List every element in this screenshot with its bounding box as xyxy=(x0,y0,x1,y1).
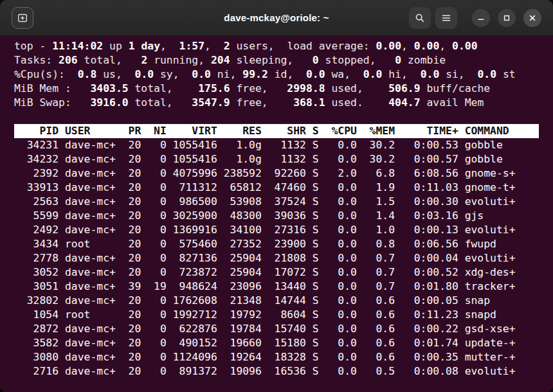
search-icon xyxy=(415,13,425,23)
summary-line: %Cpu(s): 0.8 us, 0.0 sy, 0.0 ni, 99.2 id… xyxy=(14,67,539,82)
process-table-header: PID USER PR NI VIRT RES SHR S %CPU %MEM … xyxy=(14,124,539,138)
terminal-window: dave-mckay@oriole: ~ xyxy=(0,0,553,392)
summary-line: top - 11:14:02 up 1 day, 1:57, 2 users, … xyxy=(14,39,539,53)
terminal-screen[interactable]: top - 11:14:02 up 1 day, 1:57, 2 users, … xyxy=(0,36,553,392)
process-row: 5599 dave-mc+ 20 0 3025900 48300 39036 S… xyxy=(14,209,539,223)
minimize-button[interactable] xyxy=(472,9,490,27)
process-row: 2563 dave-mc+ 20 0 986500 53908 37524 S … xyxy=(14,195,539,209)
process-row: 3080 dave-mc+ 20 0 1124096 19264 18328 S… xyxy=(14,350,539,364)
process-row: 2716 dave-mc+ 20 0 891372 19096 16536 S … xyxy=(14,364,539,379)
summary-line: Tasks: 206 total, 2 running, 204 sleepin… xyxy=(14,53,539,67)
close-button[interactable] xyxy=(523,9,541,27)
process-row: 3051 dave-mc+ 39 19 948624 23096 13440 S… xyxy=(14,280,539,294)
titlebar-actions xyxy=(409,7,541,29)
close-icon xyxy=(527,13,538,23)
process-row: 34232 dave-mc+ 20 0 1055416 1.0g 1132 S … xyxy=(14,152,539,166)
menu-icon xyxy=(441,13,451,23)
process-row: 2492 dave-mc+ 20 0 1369916 34100 27316 S… xyxy=(14,223,539,237)
process-table: 34231 dave-mc+ 20 0 1055416 1.0g 1132 S … xyxy=(14,138,539,379)
window-controls xyxy=(472,9,541,27)
process-row: 3582 dave-mc+ 20 0 490152 19660 15180 S … xyxy=(14,336,539,350)
titlebar[interactable]: dave-mckay@oriole: ~ xyxy=(0,0,553,36)
menu-button[interactable] xyxy=(435,7,457,29)
maximize-button[interactable] xyxy=(498,9,516,27)
process-row: 3052 dave-mc+ 20 0 723872 25904 17072 S … xyxy=(14,265,539,280)
process-row: 2392 dave-mc+ 20 0 4075996 238592 92260 … xyxy=(14,166,539,181)
summary-line: MiB Mem : 3403.5 total, 175.6 free, 2998… xyxy=(14,82,539,96)
summary-line: MiB Swap: 3916.0 total, 3547.9 free, 368… xyxy=(14,96,539,110)
maximize-icon xyxy=(502,13,512,23)
process-row: 34231 dave-mc+ 20 0 1055416 1.0g 1132 S … xyxy=(14,138,539,152)
search-button[interactable] xyxy=(409,7,431,29)
process-row: 33913 dave-mc+ 20 0 711312 65812 47460 S… xyxy=(14,181,539,195)
process-row: 2778 dave-mc+ 20 0 827136 25904 21808 S … xyxy=(14,251,539,265)
process-row: 3434 root 20 0 575460 27352 23900 S 0.0 … xyxy=(14,237,539,251)
process-row: 32802 dave-mc+ 20 0 1762608 21348 14744 … xyxy=(14,294,539,308)
new-tab-button[interactable] xyxy=(12,7,33,29)
top-summary: top - 11:14:02 up 1 day, 1:57, 2 users, … xyxy=(14,39,539,110)
process-row: 1054 root 20 0 1992712 19792 8604 S 0.0 … xyxy=(14,308,539,322)
process-row: 2872 dave-mc+ 20 0 622876 19784 15740 S … xyxy=(14,322,539,336)
minimize-icon xyxy=(476,13,486,23)
new-tab-icon xyxy=(17,13,28,23)
